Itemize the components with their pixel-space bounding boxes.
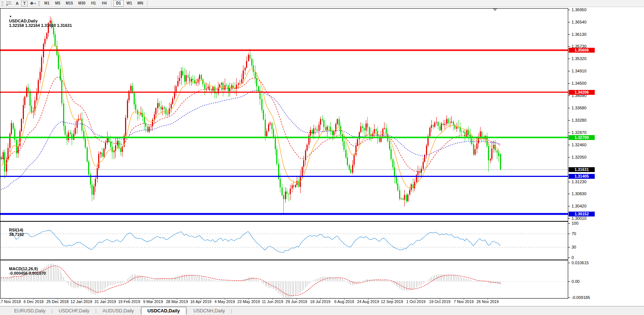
timeframe-button-m30[interactable]: M30 bbox=[76, 0, 87, 7]
price-level-badge: 1.35606 bbox=[569, 48, 595, 53]
date-axis-label: 31 Jan 2019 bbox=[94, 299, 116, 304]
macd-label: MACD(12,26,9) -0.000456 0.001070 bbox=[2, 262, 46, 280]
toolbar-separator bbox=[111, 1, 112, 6]
rsi-label: RSI(14) 38.7192 bbox=[2, 223, 24, 241]
chart-tab-eurusd[interactable]: EURUSD,Daily bbox=[8, 307, 52, 315]
price-level-badge: 1.31405 bbox=[569, 174, 595, 179]
price-level-badge: 1.30152 bbox=[569, 212, 595, 216]
price-axis-tick-label: 1.34500 bbox=[572, 81, 587, 85]
price-axis-tickmark bbox=[568, 132, 570, 133]
date-axis-label: 9 Mar 2019 bbox=[143, 299, 163, 304]
chart-tab-usdchf[interactable]: USDCHF,Daily bbox=[53, 307, 95, 315]
chart-tab-usdcnh[interactable]: USDCNH,Daily bbox=[187, 307, 231, 315]
date-axis-tickmark bbox=[81, 298, 82, 300]
rsi-current-value: 38.7192 bbox=[9, 232, 24, 237]
price-axis-tick-label: 1.33280 bbox=[572, 118, 587, 122]
price-chart-canvas[interactable] bbox=[0, 8, 568, 221]
rsi-axis-tick-label: 100 bbox=[572, 221, 578, 225]
chart-shift-marker[interactable] bbox=[493, 9, 497, 11]
timeframe-toolbar: M1M5M15M30H1H4D1W1MN bbox=[41, 0, 146, 7]
price-axis-tickmark bbox=[568, 71, 570, 71]
rsi-axis-tickmark bbox=[568, 258, 570, 258]
timeframe-button-mn[interactable]: MN bbox=[135, 0, 146, 7]
date-axis-tickmark bbox=[34, 298, 34, 300]
price-axis-tick-label: 1.31230 bbox=[572, 180, 587, 184]
date-axis-label: 1 Oct 2019 bbox=[406, 299, 425, 304]
text-icon[interactable]: A bbox=[13, 0, 21, 7]
timeframe-button-d1[interactable]: D1 bbox=[113, 0, 124, 7]
timeframe-button-w1[interactable]: W1 bbox=[124, 0, 134, 7]
date-axis-tickmark bbox=[344, 298, 345, 300]
price-axis-tickmark bbox=[568, 59, 570, 59]
date-axis-label: 19 Feb 2019 bbox=[118, 299, 140, 304]
price-axis-tickmark bbox=[568, 10, 570, 10]
date-axis-tickmark bbox=[105, 298, 106, 300]
date-axis-label: 17 Nov 2018 bbox=[0, 299, 21, 304]
toolbar-grip bbox=[1, 1, 3, 6]
price-axis-tickmark bbox=[568, 96, 570, 96]
timeframe-button-m5[interactable]: M5 bbox=[53, 0, 63, 7]
date-axis-tickmark bbox=[10, 298, 10, 300]
timeframe-button-m15[interactable]: M15 bbox=[63, 0, 75, 7]
price-axis-tickmark bbox=[568, 108, 570, 108]
price-axis-tick-label: 1.36130 bbox=[572, 32, 587, 37]
timeframe-button-h4[interactable]: H4 bbox=[99, 0, 109, 7]
price-level-badge: 1.32700 bbox=[569, 135, 595, 140]
rsi-axis-tickmark bbox=[568, 223, 570, 224]
macd-axis-tickmark bbox=[568, 263, 570, 263]
date-axis-label: 6 Aug 2019 bbox=[334, 299, 354, 304]
date-axis-tickmark bbox=[273, 298, 273, 300]
date-axis-tickmark bbox=[488, 298, 488, 300]
rsi-axis-tick-label: 0 bbox=[572, 255, 574, 260]
price-axis-tickmark bbox=[568, 194, 570, 194]
date-axis-tickmark bbox=[416, 298, 416, 300]
price-axis-tickmark bbox=[568, 22, 570, 22]
chart-tab-bar: EURUSD,Daily|USDCHF,Daily|AUDUSD,Daily|U… bbox=[0, 306, 644, 315]
date-axis-tickmark bbox=[177, 298, 177, 300]
price-axis-tickmark bbox=[568, 83, 570, 84]
macd-axis-tickmark bbox=[568, 281, 570, 282]
fibonacci-retracement-icon[interactable]: F bbox=[5, 0, 13, 7]
date-axis-label: 12 Jan 2019 bbox=[71, 299, 92, 304]
price-axis-tick-label: 1.32050 bbox=[572, 155, 587, 159]
chart-tab-audusd[interactable]: AUDUSD,Daily bbox=[97, 307, 140, 315]
date-axis-label: 24 Aug 2019 bbox=[357, 299, 379, 304]
date-axis-label: 25 Dec 2018 bbox=[46, 299, 69, 304]
chart-tab-usdcad[interactable]: USDCAD,Daily bbox=[141, 307, 186, 315]
price-axis-tick-label: 1.30010 bbox=[572, 216, 587, 221]
rsi-axis-tickmark bbox=[568, 234, 570, 234]
price-axis-tick-label: 1.30420 bbox=[572, 204, 587, 208]
price-axis-tick-label: 1.30830 bbox=[572, 191, 587, 196]
date-axis-label: 4 May 2019 bbox=[215, 299, 235, 304]
rsi-axis-tick-label: 30 bbox=[572, 245, 576, 249]
rsi-axis-tickmark bbox=[568, 247, 570, 247]
price-axis-tick-label: 1.34910 bbox=[572, 69, 587, 73]
tabs-container: EURUSD,Daily|USDCHF,Daily|AUDUSD,Daily|U… bbox=[8, 307, 232, 315]
price-axis-tickmark bbox=[568, 182, 570, 182]
price-axis-tick-label: 1.36950 bbox=[572, 7, 587, 12]
date-axis-tickmark bbox=[129, 298, 130, 300]
date-axis-tickmark bbox=[201, 298, 201, 300]
macd-axis-tick-label: 0.00 bbox=[572, 279, 579, 284]
price-level-badge: 1.31631 bbox=[569, 167, 595, 172]
date-axis-tickmark bbox=[464, 298, 464, 300]
macd-indicator-canvas[interactable] bbox=[0, 260, 568, 299]
date-axis-tickmark bbox=[440, 298, 440, 300]
date-axis-tickmark bbox=[296, 298, 297, 300]
date-axis-label: 18 Jul 2019 bbox=[310, 299, 330, 304]
price-axis-tickmark bbox=[568, 46, 570, 47]
chart-title: ▼ USDCAD,Daily 1.32158 1.32164 1.31610 1… bbox=[2, 10, 72, 32]
macd-axis-tick-label: 0.010615 bbox=[572, 261, 589, 265]
date-axis-label: 23 May 2019 bbox=[237, 299, 260, 304]
date-axis-tickmark bbox=[320, 298, 321, 300]
timeframe-button-h1[interactable]: H1 bbox=[88, 0, 99, 7]
chart-symbol-label: USDCAD,Daily bbox=[9, 19, 37, 23]
rsi-indicator-canvas[interactable] bbox=[0, 221, 568, 260]
chart-area: ▼ USDCAD,Daily 1.32158 1.32164 1.31610 1… bbox=[0, 7, 644, 306]
toolbar-grip bbox=[38, 1, 40, 6]
timeframe-button-m1[interactable]: M1 bbox=[42, 0, 52, 7]
arrows-dropdown-caret-icon[interactable]: ▾ bbox=[34, 2, 36, 5]
text-label-icon[interactable]: T bbox=[21, 1, 28, 6]
price-axis-tick-label: 1.33680 bbox=[572, 106, 587, 110]
collapse-arrow-icon[interactable]: ▼ bbox=[9, 15, 12, 18]
